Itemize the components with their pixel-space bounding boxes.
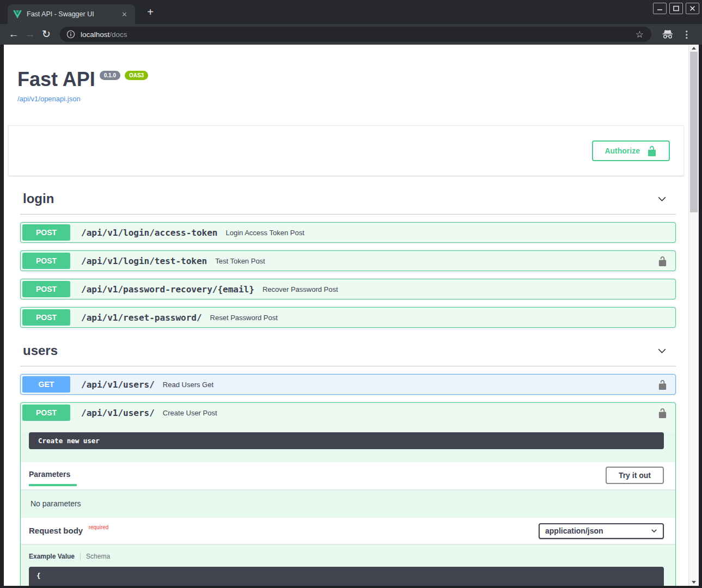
tab-title: Fast API - Swagger UI <box>27 10 119 18</box>
api-info-header: Fast API 0.1.0 OAS3 /api/v1/openapi.json <box>4 45 688 103</box>
browser-toolbar: ← → ↻ localhost/docs ☆ ⋮ <box>0 24 702 45</box>
opblock-password-recovery: POST /api/v1/password-recovery/{email} R… <box>20 279 676 299</box>
request-body-header: Request body required application/json <box>21 518 675 544</box>
method-badge: POST <box>22 224 70 241</box>
address-bar[interactable]: localhost/docs ☆ <box>60 27 651 42</box>
browser-tab[interactable]: Fast API - Swagger UI ✕ <box>8 4 135 24</box>
chevron-down-icon[interactable] <box>656 193 668 205</box>
opblock-create-user: POST /api/v1/users/ Create User Post Cre… <box>20 402 676 586</box>
op-path: /api/v1/users/ <box>81 408 155 418</box>
minimize-button[interactable] <box>653 3 667 14</box>
tab-example-value[interactable]: Example Value <box>29 553 75 560</box>
op-path: /api/v1/login/access-token <box>81 228 217 238</box>
content-type-select[interactable]: application/json <box>539 523 664 539</box>
opblock-summary[interactable]: POST /api/v1/login/access-token Login Ac… <box>21 223 675 242</box>
section-users-header[interactable]: users <box>20 340 676 366</box>
try-it-out-button[interactable]: Try it out <box>606 467 664 484</box>
example-area: Example Value Schema { <box>21 544 675 586</box>
auth-lock-icon[interactable] <box>657 379 668 390</box>
method-badge: GET <box>22 376 70 393</box>
op-path: /api/v1/reset-password/ <box>81 313 202 323</box>
method-badge: POST <box>22 405 70 421</box>
op-path: /api/v1/users/ <box>81 379 155 390</box>
favicon-v-icon <box>13 10 22 19</box>
op-path: /api/v1/password-recovery/{email} <box>81 284 254 295</box>
auth-scheme-container: Authorize <box>8 125 684 176</box>
page-scrollbar[interactable] <box>688 45 699 586</box>
op-description: Create new user <box>29 432 664 449</box>
url-text[interactable]: localhost/docs <box>81 30 631 39</box>
op-path: /api/v1/login/test-token <box>81 256 207 266</box>
method-badge: POST <box>22 281 70 297</box>
parameters-header: Parameters Try it out <box>21 462 675 489</box>
forward-icon[interactable]: → <box>22 26 38 42</box>
op-summary-text: Recover Password Post <box>263 285 338 293</box>
browser-menu-icon[interactable]: ⋮ <box>679 29 697 40</box>
op-summary-text: Login Access Token Post <box>225 229 304 237</box>
site-info-icon[interactable] <box>66 30 75 39</box>
tab-schema[interactable]: Schema <box>86 553 110 560</box>
method-badge: POST <box>22 309 70 326</box>
authorize-label: Authorize <box>605 146 640 155</box>
auth-lock-icon[interactable] <box>657 256 668 266</box>
new-tab-button[interactable]: + <box>144 5 157 19</box>
select-chevron-down-icon <box>650 527 658 535</box>
op-summary-text: Read Users Get <box>163 381 213 389</box>
opblock-read-users: GET /api/v1/users/ Read Users Get <box>20 374 676 395</box>
op-summary-text: Create User Post <box>163 409 217 417</box>
close-button[interactable] <box>686 3 699 14</box>
browser-titlebar: Fast API - Swagger UI ✕ + <box>0 0 702 24</box>
opblock-summary[interactable]: POST /api/v1/password-recovery/{email} R… <box>21 279 675 299</box>
example-code-block: { <box>29 567 664 586</box>
url-host: localhost <box>81 30 109 39</box>
section-login-title: login <box>23 191 54 206</box>
page-title: Fast API <box>17 70 95 89</box>
method-badge: POST <box>22 253 70 269</box>
content-type-value: application/json <box>545 526 603 535</box>
maximize-button[interactable] <box>669 3 683 14</box>
tab-close-icon[interactable]: ✕ <box>119 10 130 19</box>
scroll-up-icon[interactable] <box>689 45 699 52</box>
swagger-page: Fast API 0.1.0 OAS3 /api/v1/openapi.json… <box>4 45 688 586</box>
chevron-down-icon[interactable] <box>656 345 668 357</box>
opblock-summary[interactable]: POST /api/v1/users/ Create User Post <box>21 403 675 422</box>
browser-viewport: Fast API 0.1.0 OAS3 /api/v1/openapi.json… <box>4 45 699 586</box>
auth-lock-icon[interactable] <box>657 408 668 418</box>
section-users: users GET /api/v1/users/ Read Users Get <box>20 340 676 586</box>
url-path: /docs <box>109 30 127 39</box>
opblock-summary[interactable]: POST /api/v1/login/test-token Test Token… <box>21 251 675 271</box>
request-body-title: Request body <box>29 526 83 535</box>
tab-separator <box>80 553 81 560</box>
openapi-spec-link[interactable]: /api/v1/openapi.json <box>17 95 81 103</box>
incognito-icon <box>657 29 679 39</box>
parameters-tab[interactable]: Parameters <box>29 470 77 486</box>
version-badge: 0.1.0 <box>100 71 120 80</box>
opblock-summary[interactable]: POST /api/v1/reset-password/ Reset Passw… <box>21 308 675 327</box>
window-controls <box>653 3 699 14</box>
reload-icon[interactable]: ↻ <box>38 26 54 42</box>
section-login: login POST /api/v1/login/access-token Lo… <box>20 188 676 328</box>
authorize-button[interactable]: Authorize <box>592 140 670 161</box>
opblock-login-access-token: POST /api/v1/login/access-token Login Ac… <box>20 222 676 243</box>
section-users-title: users <box>23 343 58 358</box>
required-flag: required <box>89 524 109 530</box>
opblock-summary[interactable]: GET /api/v1/users/ Read Users Get <box>21 375 675 394</box>
scrollbar-thumb[interactable] <box>690 52 698 212</box>
op-summary-text: Reset Password Post <box>210 314 278 322</box>
op-summary-text: Test Token Post <box>215 257 265 265</box>
opblock-reset-password: POST /api/v1/reset-password/ Reset Passw… <box>20 307 676 328</box>
no-parameters-text: No parameters <box>21 489 675 518</box>
unlock-icon <box>646 145 657 156</box>
bookmark-star-icon[interactable]: ☆ <box>631 29 648 40</box>
opblock-login-test-token: POST /api/v1/login/test-token Test Token… <box>20 250 676 271</box>
section-login-header[interactable]: login <box>20 188 676 215</box>
model-example-tabs: Example Value Schema <box>29 553 664 560</box>
scroll-down-icon[interactable] <box>689 579 699 586</box>
oas3-badge: OAS3 <box>125 71 148 80</box>
opblock-body: Create new user Parameters Try it out No… <box>21 432 675 586</box>
back-icon[interactable]: ← <box>5 26 22 42</box>
